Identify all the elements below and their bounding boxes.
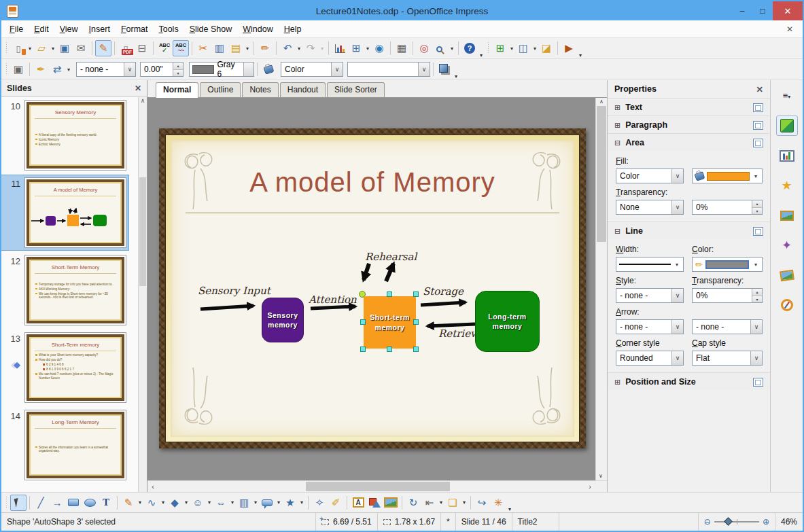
dialog-launcher-icon[interactable] [753,139,763,147]
slide-thumbnail-13[interactable]: 13 Short-Term memory What is your Short-… [1,332,137,403]
sidebar-tab-custom-animation[interactable]: ★ [776,175,798,196]
block-arrows-dropdown-icon[interactable]: ▾ [229,499,236,506]
tab-normal[interactable]: Normal [156,82,198,98]
basic-shapes-dropdown-icon[interactable]: ▾ [183,499,190,506]
slide-show-icon[interactable]: ▶ [561,40,577,56]
line-tool-icon[interactable]: ╱ [33,495,49,511]
alignment-dropdown-icon[interactable]: ▾ [438,499,444,506]
paste-dropdown-icon[interactable]: ▾ [244,46,251,52]
slide-layout-dropdown-icon[interactable]: ▾ [531,46,538,52]
select-arrow-icon[interactable] [243,63,254,76]
expand-icon[interactable]: ⊞ [614,103,621,112]
long-term-memory-box[interactable]: Long-term memory [475,291,540,352]
sidebar-menu-icon[interactable]: ≡▾ [776,86,798,106]
line-transparency-spinner[interactable]: 0% ▴▾ [692,288,763,303]
slide-thumbnail-11-selected[interactable]: 11 A model of Memory [16,177,137,248]
selection-handle-rotate[interactable] [359,291,366,298]
spin-up-icon[interactable]: ▴ [173,63,183,69]
symbol-shapes-dropdown-icon[interactable]: ▾ [206,499,213,506]
tab-notes[interactable]: Notes [242,82,278,97]
tab-slide-sorter[interactable]: Slide Sorter [327,82,385,97]
connector-dropdown-icon[interactable]: ▾ [160,499,167,506]
menu-help[interactable]: Help [279,22,307,37]
selection-handle-top[interactable] [387,291,392,297]
display-grid-icon[interactable]: ▦ [394,40,410,56]
expand-icon[interactable]: ⊞ [614,121,621,130]
zoom-dropdown-icon[interactable]: ▾ [449,46,455,52]
line-width-spinner[interactable]: 0.00" ▴▾ [140,62,183,77]
undo-icon[interactable]: ↶ [279,40,296,56]
slide-thumbnail-12[interactable]: 12 Short-Term Memory Temporary storage f… [1,255,137,325]
dropdown-icon[interactable]: ▾ [752,262,759,268]
slide-indicator[interactable]: Slide 11 / 46 [455,513,512,531]
toolbar-grip[interactable] [4,496,9,510]
zoom-in-icon[interactable]: ⊕ [763,517,769,527]
slide-workspace[interactable]: A model of Memory Sensory Input Attentio… [147,98,607,480]
menu-file[interactable]: File [4,22,29,37]
glue-points-icon[interactable]: ✐ [328,495,344,511]
animation-indicator-icon[interactable]: ◆ [14,359,20,370]
stars-icon[interactable]: ★ [282,495,298,511]
zoom-out-icon[interactable]: ⊖ [704,517,711,527]
zoom-percent[interactable]: 46% [775,513,803,531]
sidebar-tab-gallery[interactable] [776,265,798,285]
properties-close-icon[interactable]: ✕ [756,84,763,94]
line-color-select[interactable]: Gray 6 [189,62,254,77]
tab-handout[interactable]: Handout [280,82,326,97]
dropdown-icon[interactable]: ▾ [752,173,759,179]
block-arrows-icon[interactable]: ⇔ [213,495,229,511]
section-line[interactable]: ⊟ Line [608,221,770,239]
insert-chart-icon[interactable] [332,40,348,56]
selection-handle-top-right[interactable] [413,291,419,297]
label-rehearsal[interactable]: Rehearsal [365,251,417,263]
edit-file-icon[interactable]: ✎ [95,40,111,56]
new-dropdown-icon[interactable]: ▾ [27,46,33,52]
sidebar-tab-styles[interactable]: ✦ [776,235,798,255]
arrow-tool-icon[interactable]: → [49,495,65,511]
menu-format[interactable]: Format [116,22,154,37]
selection-handle-bottom[interactable] [387,347,392,352]
selection-handle-right[interactable] [413,319,419,325]
toolbar-overflow-icon[interactable]: ▾ [478,52,485,58]
stars-dropdown-icon[interactable]: ▾ [298,499,305,506]
select-arrow-icon[interactable] [418,63,430,76]
slide-template[interactable]: Title2 [512,513,559,531]
selection-handle-bottom-left[interactable] [360,347,366,352]
scroll-up-icon[interactable]: ∧ [141,97,145,104]
print-icon[interactable]: ⊟ [134,40,150,56]
insert-picture-icon[interactable] [383,495,399,511]
save-icon[interactable]: ▣ [56,40,73,56]
flowchart-dropdown-icon[interactable]: ▾ [252,499,259,506]
new-document-icon[interactable]: ▯ [10,40,27,56]
arrow-style-dropdown-icon[interactable]: ▾ [65,67,72,73]
position-size-icon[interactable]: ▣ [10,61,27,77]
select-arrow-icon[interactable] [331,63,343,76]
redo-icon[interactable]: ↷ [302,40,319,56]
scroll-right-icon[interactable]: › [584,481,595,492]
cut-icon[interactable]: ✂ [195,40,211,56]
insert-shapes-icon[interactable] [366,495,383,511]
selection-handle-left[interactable] [360,319,366,325]
expand-icon[interactable]: ⊞ [614,378,621,387]
new-slide-dropdown-icon[interactable]: ▾ [508,46,515,52]
rectangle-tool-icon[interactable] [65,495,82,511]
scrollbar-thumb[interactable] [306,482,450,491]
menu-slideshow[interactable]: Slide Show [184,22,238,37]
scrollbar-thumb[interactable] [139,177,146,286]
line-style-select[interactable]: - none - [616,288,684,303]
slide-layout-icon[interactable]: ◫ [515,40,531,56]
help-icon[interactable]: ? [461,40,478,56]
fill-type-select[interactable]: Color [281,62,343,77]
arrow-style-icon[interactable]: ⇄ [49,61,65,77]
presentation-overflow-icon[interactable]: ▾ [577,52,584,58]
table-dropdown-icon[interactable]: ▾ [364,46,371,52]
arrange-dropdown-icon[interactable]: ▾ [461,499,468,506]
dialog-launcher-icon[interactable] [753,227,763,236]
section-text[interactable]: ⊞ Text [608,98,770,116]
slide-thumbnail-10[interactable]: 10 Sensory Memory A literal copy of the … [1,100,137,171]
fill-type-select[interactable]: Color [616,169,684,183]
minimize-button[interactable]: – [732,1,752,20]
corner-style-select[interactable]: Rounded [616,351,684,366]
menu-insert[interactable]: Insert [84,22,116,37]
sensory-memory-box[interactable]: Sensory memory [262,298,304,342]
